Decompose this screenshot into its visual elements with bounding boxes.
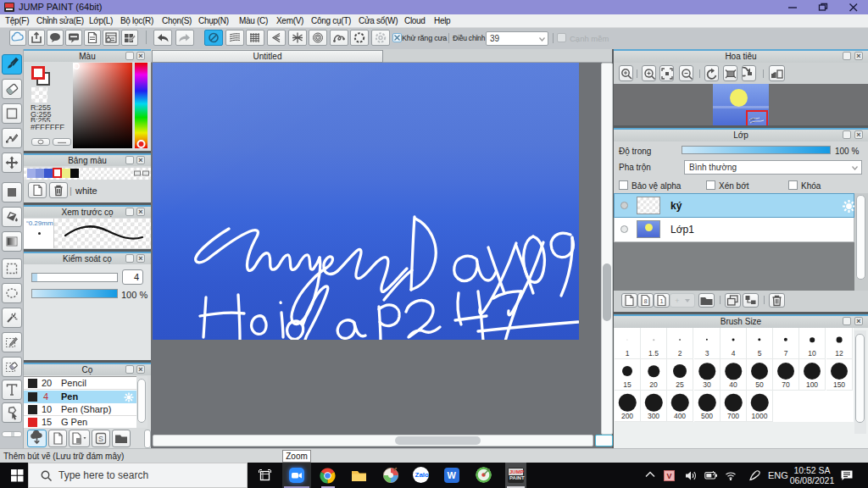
svg-text:1: 1: [659, 297, 663, 305]
svg-text:S: S: [98, 435, 103, 443]
svg-text:8: 8: [643, 297, 647, 305]
svg-text:+: +: [675, 297, 679, 305]
